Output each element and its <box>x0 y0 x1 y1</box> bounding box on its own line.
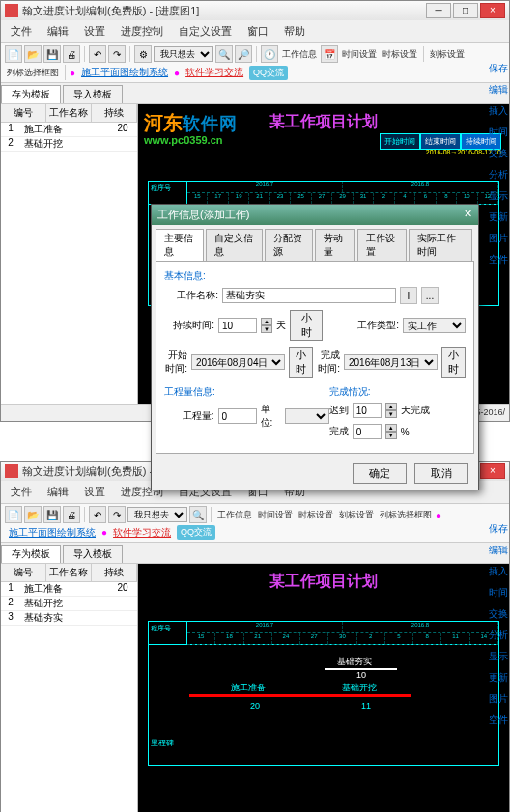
table-row[interactable]: 2基础开挖 <box>1 597 137 611</box>
minimize-button[interactable]: ─ <box>426 3 451 18</box>
zoom-in-icon[interactable]: 🔍 <box>189 506 207 523</box>
menu-window[interactable]: 窗口 <box>241 22 274 41</box>
delay-down-icon[interactable]: ▼ <box>385 410 397 418</box>
link-learn[interactable]: 软件学习交流 <box>109 526 175 540</box>
tab-save-template[interactable]: 存为模板 <box>1 545 61 563</box>
new-icon[interactable]: 📄 <box>5 45 22 63</box>
save-icon[interactable]: 💾 <box>43 506 61 523</box>
name-button-1[interactable]: I <box>400 287 417 304</box>
table-row[interactable]: 1施工准备20 <box>1 582 137 597</box>
tb-time-set[interactable]: 时间设置 <box>340 48 379 61</box>
menu-edit[interactable]: 编辑 <box>42 22 74 41</box>
undo-icon[interactable]: ↶ <box>89 45 106 63</box>
side-swap[interactable]: 交换 <box>488 144 509 163</box>
dlg-tab-resource[interactable]: 分配资源 <box>265 229 313 261</box>
start-date-picker[interactable]: 2016年08月04日 <box>191 354 285 370</box>
gantt-bar-1[interactable] <box>189 694 325 697</box>
tool-icon[interactable]: ⚙ <box>134 45 152 63</box>
side-empty[interactable]: 空件 <box>488 250 509 269</box>
side-update[interactable]: 更新 <box>488 668 509 687</box>
dur-hour-button[interactable]: 小时 <box>290 310 323 341</box>
tb-rule-set[interactable]: 刻标设置 <box>337 509 376 521</box>
dlg-tab-custom[interactable]: 自定义信息 <box>206 229 262 261</box>
menu-custom[interactable]: 自定义设置 <box>173 22 238 41</box>
dlg-tab-workset[interactable]: 工作设置 <box>357 229 406 261</box>
dialog-close-icon[interactable]: ✕ <box>464 208 472 222</box>
tab-import-template[interactable]: 导入模板 <box>63 545 123 563</box>
qq-badge[interactable]: QQ交流 <box>177 525 215 540</box>
side-save[interactable]: 保存 <box>488 59 509 78</box>
view-combo[interactable]: 我只想去 <box>128 507 187 522</box>
col-name[interactable]: 工作名称 <box>46 104 92 122</box>
menu-file[interactable]: 文件 <box>5 483 38 501</box>
dlg-tab-labor[interactable]: 劳动量 <box>315 229 355 261</box>
side-edit[interactable]: 编辑 <box>488 80 509 99</box>
tb-work-info[interactable]: 工作信息 <box>215 509 254 521</box>
tab-save-template[interactable]: 存为模板 <box>1 85 61 103</box>
dur-up-icon[interactable]: ▲ <box>261 318 272 325</box>
cancel-button[interactable]: 取消 <box>414 463 468 484</box>
tab-import-template[interactable]: 导入模板 <box>63 85 123 103</box>
menu-progress[interactable]: 进度控制 <box>115 22 169 41</box>
open-icon[interactable]: 📂 <box>24 45 42 63</box>
end-hour-button[interactable]: 小时 <box>441 347 466 378</box>
type-combo[interactable]: 实工作 <box>403 318 466 333</box>
link-cad-system[interactable]: 施工平面图绘制系统 <box>5 526 99 540</box>
print-icon[interactable]: 🖨 <box>63 45 80 63</box>
dur-down-icon[interactable]: ▼ <box>261 325 272 333</box>
side-show[interactable]: 显示 <box>488 647 509 666</box>
side-empty[interactable]: 空件 <box>488 711 509 730</box>
dlg-tab-actual[interactable]: 实际工作时间 <box>409 229 472 261</box>
side-time[interactable]: 时间 <box>488 123 509 142</box>
menu-settings[interactable]: 设置 <box>78 22 111 41</box>
save-icon[interactable]: 💾 <box>43 45 61 63</box>
gantt-bar-2[interactable] <box>325 694 411 697</box>
side-save[interactable]: 保存 <box>488 519 509 539</box>
link-cad-system[interactable]: 施工平面图绘制系统 <box>77 66 172 79</box>
duration-input[interactable] <box>218 318 257 333</box>
tb-work-info[interactable]: 工作信息 <box>280 48 319 61</box>
qty-input[interactable] <box>218 408 257 424</box>
dlg-tab-main[interactable]: 主要信息 <box>156 229 204 261</box>
ok-button[interactable]: 确定 <box>353 463 407 484</box>
side-insert[interactable]: 插入 <box>488 101 509 121</box>
close-button[interactable]: × <box>480 463 505 479</box>
done-input[interactable] <box>353 424 382 439</box>
print-icon[interactable]: 🖨 <box>63 506 80 523</box>
done-down-icon[interactable]: ▼ <box>385 432 397 439</box>
qq-badge[interactable]: QQ交流 <box>249 66 288 80</box>
gantt-canvas[interactable]: 某工作项目计划 程序号 2016.72016.8 151821242730258… <box>138 564 509 812</box>
zoom-in-icon[interactable]: 🔍 <box>215 45 233 63</box>
tb-time-set[interactable]: 时间设置 <box>256 509 295 521</box>
side-insert[interactable]: 插入 <box>488 562 509 581</box>
view-combo[interactable]: 我只想去 <box>154 46 213 62</box>
tb-scale-set[interactable]: 时标设置 <box>297 509 335 521</box>
col-no[interactable]: 编号 <box>1 564 46 581</box>
calendar-icon[interactable]: 📅 <box>321 45 338 63</box>
redo-icon[interactable]: ↷ <box>108 45 126 63</box>
open-icon[interactable]: 📂 <box>24 506 42 523</box>
maximize-button[interactable]: □ <box>453 3 478 18</box>
tb-scale-set[interactable]: 时标设置 <box>381 48 419 61</box>
delay-up-icon[interactable]: ▲ <box>385 403 397 410</box>
tb-rule-set[interactable]: 刻标设置 <box>428 48 467 61</box>
done-up-icon[interactable]: ▲ <box>385 424 397 432</box>
side-edit[interactable]: 编辑 <box>488 541 509 560</box>
table-row[interactable]: 3基础夯实 <box>1 611 137 626</box>
side-show[interactable]: 显示 <box>488 186 509 206</box>
menu-edit[interactable]: 编辑 <box>42 483 74 501</box>
side-swap[interactable]: 交换 <box>488 604 509 624</box>
col-dur[interactable]: 持续 <box>92 564 137 581</box>
clock-icon[interactable]: 🕐 <box>261 45 278 63</box>
end-date-picker[interactable]: 2016年08月13日 <box>344 354 438 370</box>
side-image[interactable]: 图片 <box>488 689 509 709</box>
redo-icon[interactable]: ↷ <box>108 506 126 523</box>
delay-input[interactable] <box>353 403 382 418</box>
side-image[interactable]: 图片 <box>488 229 509 248</box>
new-icon[interactable]: 📄 <box>5 506 22 523</box>
col-dur[interactable]: 持续 <box>92 104 137 122</box>
name-button-2[interactable]: ... <box>421 287 439 304</box>
menu-settings[interactable]: 设置 <box>78 483 111 501</box>
table-row[interactable]: 2 基础开挖 <box>1 137 137 152</box>
zoom-out-icon[interactable]: 🔎 <box>235 45 252 63</box>
